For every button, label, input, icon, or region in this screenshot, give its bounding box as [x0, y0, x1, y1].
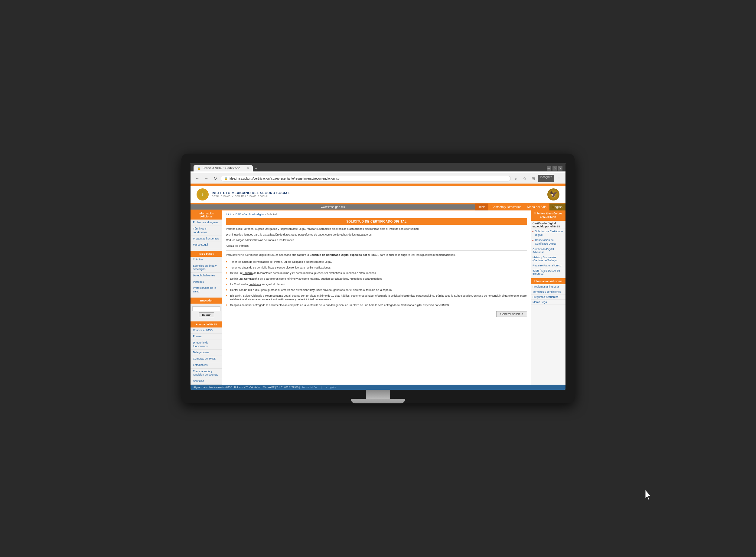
incognito-badge: Incógnito [538, 175, 554, 182]
bullet-8: Después de haber entregado la documentac… [226, 302, 527, 308]
search-box: Buscar [191, 303, 222, 319]
sidebar-marco[interactable]: Marco Legal [191, 242, 222, 248]
stand-neck [366, 390, 390, 399]
acerca-header: Acerca del IMSS [191, 321, 222, 327]
sidebar-derechohabientes[interactable]: Derechohabientes [191, 273, 222, 279]
address-text: idse.imss.gob.mx/certificacion/jsp/repre… [230, 177, 507, 180]
forward-button[interactable]: → [203, 175, 210, 182]
logo-text: INSTITUTO MEXICANO DEL SEGURO SOCIAL SEG… [212, 191, 290, 198]
right-terminos[interactable]: Términos y condiciones [531, 289, 565, 295]
sidebar-terminos[interactable]: Términos y condiciones [191, 226, 222, 236]
nav-inicio[interactable]: Inicio [475, 204, 488, 210]
nav-contacto[interactable]: Contacto y Directorios [488, 204, 524, 210]
bullet-6: Contar con un CD o USB para guardar su a… [226, 287, 527, 293]
footer-acerca-link[interactable]: Acerca del Po… [301, 386, 319, 388]
footer-legales-link[interactable]: …s Legales [323, 386, 336, 388]
site-footer: Algunos derechos reservados IMSS | Refor… [191, 385, 565, 390]
right-solicitud-link[interactable]: Solicitud de Certificado Digital [531, 229, 565, 238]
breadcrumb-certificado[interactable]: Certificado digital [243, 213, 264, 216]
sidebar-servicios[interactable]: Servicios en línea y descargas [191, 263, 222, 273]
main-content: Inicio › IDSE › Certificado digital › So… [222, 210, 531, 384]
right-idse-empresa[interactable]: IDSE (IMSS Desde Su Empresa) [531, 268, 565, 276]
site-header: ⚕ INSTITUTO MEXICANO DEL SEGURO SOCIAL S… [191, 186, 565, 204]
right-preguntas[interactable]: Preguntas frecuentes [531, 295, 565, 300]
government-emblem: 🦅 [547, 188, 559, 201]
imss-logo-icon: ⚕ [197, 188, 209, 201]
close-btn[interactable]: ✕ [558, 166, 562, 171]
breadcrumb: Inicio › IDSE › Certificado digital › So… [226, 213, 527, 216]
search-button[interactable]: Buscar [199, 312, 214, 317]
bookmark-icon[interactable]: ☆ [521, 175, 528, 182]
lock-icon: 🔒 [224, 177, 228, 180]
orange-accent-bar [191, 183, 565, 186]
back-button[interactable]: ← [194, 175, 201, 182]
intro-p2: Disminuye los tiempos para la actualizac… [226, 233, 527, 237]
para-obtener-text: Para obtener el Certificado Digital IMSS… [226, 253, 527, 257]
search-icon[interactable]: ⌕ [513, 175, 520, 182]
recommendations-list: Tener los datos de identificación del Pa… [226, 259, 527, 308]
new-tab-button[interactable]: + [253, 166, 259, 172]
intro-p3: Reduce cargas administrativas de trabajo… [226, 238, 527, 242]
certificado-digital-header: Certificado Digital expedido por el IMSS [531, 221, 565, 229]
sidebar-preguntas[interactable]: Preguntas frecuentes [191, 236, 222, 242]
intro-p4: Agiliza los trámites. [226, 244, 527, 248]
stand-base [351, 399, 405, 403]
menu-icon[interactable]: ⋮ [555, 175, 562, 182]
sidebar-directorio[interactable]: Directorio de funcionarios [191, 340, 222, 350]
breadcrumb-idse[interactable]: IDSE [235, 213, 241, 216]
sidebar-compras[interactable]: Compras del IMSS [191, 356, 222, 362]
info-adicional-header: Información Adicional [531, 278, 565, 284]
breadcrumb-inicio[interactable]: Inicio [226, 213, 232, 216]
nav-english[interactable]: English [549, 204, 565, 210]
right-marco[interactable]: Marco Legal [531, 300, 565, 305]
right-registro-patronal[interactable]: Registro Patronal Único [531, 263, 565, 268]
sidebar-transparencia[interactable]: Transparencia y rendición de cuentas [191, 369, 222, 378]
bullet-1: Tener los datos de identificación del Pa… [226, 259, 527, 265]
search-input[interactable] [192, 306, 221, 311]
sidebar-tramites[interactable]: Trámites [191, 257, 222, 263]
sidebar-prensa[interactable]: Prensa [191, 333, 222, 340]
sidebar-patrones[interactable]: Patrones [191, 279, 222, 286]
mouse-cursor [644, 489, 653, 503]
sidebar-conoce[interactable]: Conoce al IMSS [191, 327, 222, 334]
extensions-icon[interactable]: ⊞ [529, 175, 537, 182]
right-cancelacion-link[interactable]: Cancelación de Certificado Digital [531, 238, 565, 246]
nav-mapa[interactable]: Mapa del Sitio [524, 204, 549, 210]
website-url: www.imss.gob.mx [191, 204, 475, 210]
tab-close-btn[interactable]: ✕ [247, 167, 249, 170]
svg-marker-2 [645, 490, 651, 500]
refresh-button[interactable]: ↻ [212, 175, 219, 182]
restore-btn[interactable]: □ [552, 166, 557, 171]
tramites-header: Trámites Electrónicos ante el IMSS [531, 210, 565, 221]
sidebar-problemas[interactable]: Problemas al ingresar [191, 219, 222, 226]
bullet-5: La Contraseña no deberá ser igual al Usu… [226, 282, 527, 287]
sidebar-servicios2[interactable]: Servicios [191, 378, 222, 385]
info-section-header: Información Adicional [191, 210, 222, 219]
sidebar-estadisticas[interactable]: Estadísticas [191, 362, 222, 369]
active-tab[interactable]: 🔒 Solicitud NPIE :: Certificación Di… ✕ [194, 165, 253, 172]
nav-links: Inicio Contacto y Directorios Mapa del S… [475, 204, 565, 210]
tab-favicon: 🔒 [197, 167, 201, 170]
intro-text: Permite a los Patrones, Sujetos Obligado… [226, 227, 527, 248]
svg-text:⚕: ⚕ [201, 192, 204, 197]
para-obtener: Para obtener el Certificado Digital IMSS… [226, 253, 527, 257]
right-problemas[interactable]: Problemas al ingresar [531, 284, 565, 289]
bullet-3: Definir un Usuario de 8 caracteres como … [226, 270, 527, 276]
tab-title: Solicitud NPIE :: Certificación Di… [203, 167, 245, 170]
sidebar-delegaciones[interactable]: Delegaciones [191, 350, 222, 356]
bullet-7: El Patrón, Sujeto Obligado o Representan… [226, 293, 527, 302]
minimize-btn[interactable]: — [547, 166, 551, 171]
footer-text: Algunos derechos reservados IMSS | Refor… [194, 386, 300, 388]
right-certificado-adicional[interactable]: Certificado Digital Adicional [531, 247, 565, 255]
content-area: Información Adicional Problemas al ingre… [191, 210, 565, 384]
bullet-4: Definir una Contraseña de 8 caracteres c… [226, 276, 527, 282]
generate-btn[interactable]: Generar solicitud [496, 311, 527, 317]
main-nav: www.imss.gob.mx Inicio Contacto y Direct… [191, 204, 565, 210]
monitor-stand [191, 390, 565, 403]
footer-separator: | [321, 386, 321, 388]
address-bar[interactable]: 🔒 idse.imss.gob.mx/certificacion/jsp/rep… [221, 176, 511, 181]
right-matriz-sucursales[interactable]: Matriz y Sucursales (Centros de Trabajo) [531, 255, 565, 263]
sidebar-profesionales[interactable]: Profesionales de la salud [191, 285, 222, 295]
generate-btn-area: Generar solicitud [226, 311, 527, 317]
logo-area: ⚕ INSTITUTO MEXICANO DEL SEGURO SOCIAL S… [197, 188, 547, 201]
